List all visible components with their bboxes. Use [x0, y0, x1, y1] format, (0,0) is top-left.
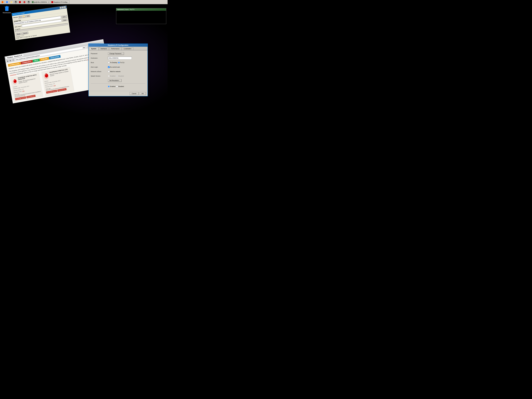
taskbar-browser[interactable]: [5, 0, 9, 4]
svg-rect-1: [5, 6, 9, 7]
putty-content[interactable]: [116, 11, 166, 12]
win32-folder-btn[interactable]: 📁: [22, 15, 25, 18]
rpi-password-label: Password:: [91, 53, 108, 54]
lite-release-notes[interactable]: Link: [53, 85, 56, 86]
taskbar-antivirus[interactable]: [22, 0, 26, 4]
rpi-network-row: Network at Boot: Wait for network: [91, 70, 146, 73]
rpi-change-password-btn[interactable]: Change Password...: [108, 52, 124, 55]
rpi-splash-disabled-radio: [116, 75, 118, 77]
rpi-splash-row: Splash Screen: Enabled Disabled: [91, 74, 146, 78]
desktop-release-date: November 2017: [21, 86, 29, 88]
rpi-config-titlebar: Raspberry Pi Configuration: [89, 44, 147, 47]
rpi-splash-enabled-label[interactable]: Enabled: [108, 75, 115, 77]
rpi-task-label: Raspberry Pi Configu...: [54, 1, 69, 3]
putty-titlebar: Halloween1.home - PuTTY: [116, 8, 166, 11]
rpi-underscan-enabled-radio[interactable]: [108, 86, 110, 87]
rpi-config-footer: Cancel OK: [89, 91, 147, 96]
debian-logo-lite: [43, 72, 50, 81]
browser-refresh-btn[interactable]: ↻: [12, 59, 15, 62]
rpi-underscan-disabled-text: Disabled: [118, 86, 124, 87]
rpi-config-dialog: Raspberry Pi Configuration System Interf…: [89, 44, 148, 96]
taskbar-terminal[interactable]: ▮: [14, 0, 17, 4]
rpi-boot-desktop-label[interactable]: To Desktop: [108, 62, 117, 63]
desktop-release-notes[interactable]: Link: [22, 90, 25, 92]
browser-forward-btn[interactable]: ▶: [9, 59, 12, 62]
rpi-network-option: Wait for network: [110, 71, 120, 72]
browser-nav-help[interactable]: HELP: [32, 59, 40, 62]
win32-read-btn[interactable]: Read: [16, 33, 21, 36]
win32-minimize-btn[interactable]: —: [60, 7, 62, 9]
desktop-version-label: Version:: [13, 86, 18, 88]
rpi-boot-label: Boot:: [91, 62, 108, 63]
rpi-network-checkbox-label[interactable]: Wait for network: [108, 71, 120, 72]
rpi-hostname-row: Hostname:: [91, 57, 146, 60]
win32-copy-btn[interactable]: Copy: [62, 19, 67, 22]
browser-back-btn[interactable]: ◀: [6, 60, 9, 63]
win32-write-btn[interactable]: Write: [61, 15, 67, 19]
rpi-splash-disabled-label[interactable]: Disabled: [116, 75, 124, 77]
rpi-config-tabs: System Interfaces Performance Localisati…: [89, 47, 147, 51]
putty-title: Halloween1.home - PuTTY: [117, 9, 134, 10]
taskbar-terminal2[interactable]: ▮: [27, 0, 30, 4]
win32-cancel-btn[interactable]: Cancel: [22, 32, 28, 35]
win32-maximize-btn[interactable]: □: [62, 6, 64, 9]
rpi-underscan-disabled-radio[interactable]: [116, 86, 118, 87]
rpi-boot-cli-label[interactable]: To CLI: [118, 62, 124, 63]
rpi-underscan-enabled-label[interactable]: Enabled: [108, 86, 115, 87]
desktop-kernel-version: 4.9: [22, 89, 24, 90]
rpi-underscan-row: Enabled Disabled: [91, 85, 146, 88]
rpi-resolution-btn[interactable]: Set Resolution...: [108, 79, 121, 82]
taskbar-appmenu[interactable]: [0, 0, 5, 4]
svg-rect-2: [6, 6, 8, 6]
rpi-password-row: Password: Change Password...: [91, 52, 146, 55]
link-unarchiver[interactable]: Unarchiver: [10, 74, 16, 76]
putty-window: Halloween1.home - PuTTY: [116, 8, 166, 24]
rpi-ok-btn[interactable]: OK: [139, 92, 146, 95]
rpi-cancel-btn[interactable]: Cancel: [130, 92, 139, 95]
browser-bookmark-icon[interactable]: ★: [83, 47, 85, 49]
rpi-underscan-enabled-text: Enabled: [110, 86, 115, 87]
rpi-resolution-row: Set Resolution...: [91, 79, 146, 82]
rpi-hostname-label: Hostname:: [91, 57, 108, 59]
rpi-splash-enabled-radio: [108, 75, 110, 77]
rpi-network-checkbox[interactable]: [108, 71, 110, 72]
rpi-tab-localisation[interactable]: Localisation: [122, 47, 133, 50]
rpi-boot-row: Boot: To Desktop To CLI: [91, 61, 146, 64]
rpi-boot-desktop-text: To Desktop: [110, 62, 117, 63]
win32-md5-label: MD5 Hash:: [15, 25, 21, 28]
download-card-desktop: RASPBIAN STRETCH WITH DESKTOP Image with…: [10, 72, 43, 101]
browser-nav-forums[interactable]: FORUMS: [39, 57, 49, 61]
rpi-config-title: Raspberry Pi Configuration: [108, 44, 128, 46]
rpi-boot-cli-radio[interactable]: [118, 62, 120, 63]
rpi-tab-interfaces[interactable]: Interfaces: [99, 47, 109, 50]
taskbar: 📁 ▮ ▮ [pi@HALLOWEEN1: ~] Raspberry Pi Co…: [0, 0, 168, 4]
rpi-tab-system[interactable]: System: [89, 47, 98, 50]
rpi-boot-desktop-radio[interactable]: [108, 62, 110, 63]
wastebasket-icon: [4, 6, 10, 11]
rpi-splash-disabled-text: Disabled: [118, 75, 124, 77]
rpi-autologin-option: As current user: [110, 66, 120, 68]
wastebasket-label: Wastebasket: [3, 12, 11, 13]
rpi-tab-performance[interactable]: Performance: [109, 47, 121, 50]
rpi-autologin-checkbox-label[interactable]: As current user: [108, 66, 120, 68]
win32-exit-btn[interactable]: Exit: [26, 14, 30, 17]
wastebasket[interactable]: Wastebasket: [3, 6, 11, 13]
rpi-splash-label: Splash Screen:: [91, 75, 108, 77]
taskbar-burst[interactable]: [18, 0, 22, 4]
taskbar-files[interactable]: 📁: [10, 0, 13, 4]
lite-version-label: Version:: [44, 80, 49, 82]
rpi-config-body: Password: Change Password... Hostname: B…: [89, 51, 147, 91]
taskbar-putty-task[interactable]: [pi@HALLOWEEN1: ~]: [31, 0, 50, 4]
lite-release-date: November 2017: [52, 80, 61, 83]
win32-device-btn[interactable]: ▼: [18, 16, 22, 18]
win32-device-label: Device: [13, 16, 18, 19]
lite-kernel-version: 4.9: [53, 83, 55, 85]
rpi-underscan-disabled-label[interactable]: Disabled: [116, 86, 124, 87]
rpi-autologin-checkbox[interactable]: [108, 66, 110, 68]
rpi-network-label: Network at Boot:: [91, 71, 108, 72]
taskbar-rpi-task[interactable]: Raspberry Pi Configu...: [51, 0, 70, 4]
putty-task-label: [pi@HALLOWEEN1: ~]: [34, 1, 49, 3]
win32-close-btn[interactable]: ×: [64, 6, 66, 8]
rpi-hostname-input[interactable]: [108, 57, 132, 59]
debian-logo-desktop: [12, 77, 18, 86]
